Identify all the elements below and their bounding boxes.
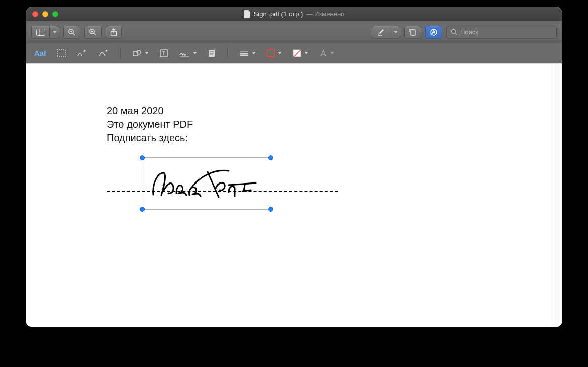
main-toolbar <box>26 21 562 43</box>
search-input[interactable] <box>460 28 552 36</box>
font-style-tool[interactable] <box>318 46 335 60</box>
textbox-icon <box>160 49 168 57</box>
document-icon <box>244 10 251 18</box>
signature-graphic[interactable] <box>148 167 266 202</box>
divider <box>227 48 228 59</box>
border-style-tool[interactable] <box>239 46 257 60</box>
svg-rect-11 <box>411 30 415 35</box>
border-color-tool[interactable] <box>266 46 283 60</box>
document-modified-label: — Изменено <box>306 10 344 18</box>
document-title: Sign .pdf (1 стр.) <box>254 10 303 18</box>
text-style-tool[interactable]: AaI <box>33 46 47 60</box>
draw-icon <box>98 49 108 57</box>
sign-tool[interactable] <box>178 46 198 60</box>
draw-tool[interactable] <box>97 46 109 60</box>
sketch-icon <box>77 49 87 57</box>
svg-point-17 <box>137 50 141 54</box>
chevron-down-icon <box>252 52 256 54</box>
svg-rect-27 <box>267 50 274 57</box>
chevron-down-icon <box>330 52 334 54</box>
text-line-2: Это документ PDF <box>107 118 193 131</box>
text-line-3: Подписать здесь: <box>107 131 193 145</box>
fill-color-icon <box>293 49 301 57</box>
sign-icon <box>179 49 190 57</box>
text-line-1: 20 мая 2020 <box>107 104 193 118</box>
sketch-tool[interactable] <box>76 46 88 60</box>
chevron-down-icon <box>278 52 282 54</box>
search-field[interactable] <box>446 26 557 39</box>
document-area[interactable]: 20 мая 2020 Это документ PDF Подписать з… <box>26 63 562 327</box>
shapes-tool[interactable] <box>132 46 150 60</box>
resize-handle-br[interactable] <box>268 207 273 212</box>
font-icon <box>319 49 327 57</box>
note-icon <box>208 49 215 57</box>
text-style-label: AaI <box>34 49 46 57</box>
search-icon <box>451 29 457 35</box>
svg-rect-15 <box>57 50 65 57</box>
chevron-down-icon <box>193 52 197 54</box>
app-window: Sign .pdf (1 стр.) — Изменено <box>26 7 562 327</box>
select-icon <box>57 49 66 57</box>
lineweight-icon <box>240 50 249 56</box>
chevron-down-icon <box>304 52 308 54</box>
close-button[interactable] <box>32 11 38 17</box>
fill-color-tool[interactable] <box>292 46 309 60</box>
maximize-button[interactable] <box>52 11 58 17</box>
highlight-button[interactable] <box>372 26 400 39</box>
vertical-scrollbar[interactable] <box>554 64 562 327</box>
divider <box>120 48 121 59</box>
signature-selection-box[interactable] <box>142 157 271 210</box>
svg-rect-0 <box>36 29 45 35</box>
markup-toolbar: AaI <box>26 43 562 63</box>
markup-toggle-button[interactable] <box>425 26 442 39</box>
border-color-icon <box>267 49 275 57</box>
rotate-button[interactable] <box>404 26 421 39</box>
sidebar-view-button[interactable] <box>31 26 59 39</box>
shapes-icon <box>133 49 142 57</box>
note-tool[interactable] <box>207 46 216 60</box>
traffic-lights <box>32 11 58 17</box>
svg-line-6 <box>94 33 96 35</box>
share-button[interactable] <box>106 26 122 39</box>
document-text: 20 мая 2020 Это документ PDF Подписать з… <box>107 104 193 145</box>
zoom-out-button[interactable] <box>63 26 80 39</box>
chevron-down-icon <box>145 52 149 54</box>
svg-point-13 <box>452 30 456 34</box>
window-title: Sign .pdf (1 стр.) — Изменено <box>26 10 562 18</box>
titlebar: Sign .pdf (1 стр.) — Изменено <box>26 7 562 21</box>
resize-handle-tr[interactable] <box>268 155 273 160</box>
resize-handle-tl[interactable] <box>140 155 145 160</box>
resize-handle-bl[interactable] <box>140 207 145 212</box>
rect-select-tool[interactable] <box>56 46 67 60</box>
textbox-tool[interactable] <box>159 46 169 60</box>
minimize-button[interactable] <box>42 11 48 17</box>
svg-line-14 <box>455 33 457 35</box>
zoom-in-button[interactable] <box>84 26 102 39</box>
svg-line-3 <box>73 33 75 35</box>
